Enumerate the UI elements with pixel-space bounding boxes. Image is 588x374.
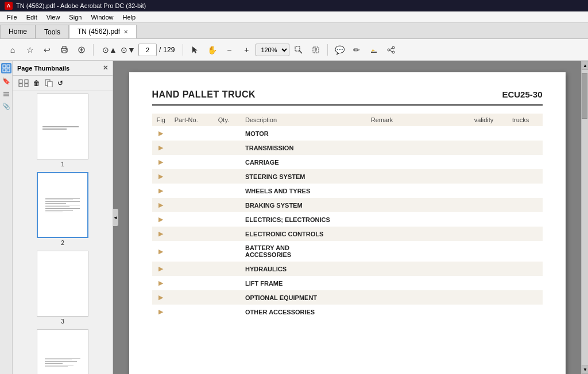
sidebar-pages-view-button[interactable] bbox=[17, 78, 30, 88]
hand-tool-button[interactable]: ✋ bbox=[204, 42, 220, 58]
zoom-in-button[interactable]: + bbox=[238, 42, 254, 58]
zoom-out-button[interactable]: − bbox=[221, 42, 237, 58]
select-text-button[interactable] bbox=[308, 42, 324, 58]
menu-help[interactable]: Help bbox=[118, 13, 141, 22]
tab-tools[interactable]: Tools bbox=[36, 25, 69, 38]
right-scrollbar[interactable]: ▲ ▼ bbox=[581, 61, 588, 374]
row-desc: TRANSMISSION bbox=[241, 141, 366, 155]
prev-page-button[interactable]: ⊙▲ bbox=[102, 42, 118, 58]
row-trucks bbox=[508, 290, 543, 305]
layers-panel-button[interactable] bbox=[1, 88, 11, 99]
page-total: 129 bbox=[163, 46, 175, 54]
scroll-down-button[interactable]: ▼ bbox=[582, 365, 588, 374]
highlight-button[interactable] bbox=[366, 42, 382, 58]
print-button[interactable] bbox=[56, 42, 72, 58]
row-arrow: ▶ bbox=[152, 169, 170, 184]
tab-bar: Home Tools TN (4562).pdf ✕ bbox=[0, 23, 588, 39]
menu-sign[interactable]: Sign bbox=[64, 13, 86, 22]
row-validity bbox=[470, 169, 508, 184]
menu-file[interactable]: File bbox=[2, 13, 22, 22]
scroll-up-button[interactable]: ▲ bbox=[582, 61, 588, 70]
row-partno bbox=[170, 141, 214, 155]
thumbnail-label-1: 1 bbox=[61, 161, 64, 167]
share-button[interactable] bbox=[383, 42, 399, 58]
sidebar-close-button[interactable]: ✕ bbox=[103, 64, 108, 72]
row-validity bbox=[470, 241, 508, 262]
thumbnail-page-4[interactable]: 4 bbox=[15, 329, 110, 374]
row-arrow: ▶ bbox=[152, 290, 170, 305]
svg-rect-13 bbox=[371, 52, 377, 53]
col-qty: Qty. bbox=[214, 114, 241, 126]
document-title: HAND PALLET TRUCK bbox=[152, 89, 256, 100]
thumbnail-page-2[interactable]: 2 bbox=[15, 172, 110, 246]
attachments-panel-button[interactable]: 📎 bbox=[1, 101, 11, 111]
row-remark bbox=[366, 184, 470, 198]
comment-button[interactable]: 💬 bbox=[331, 42, 347, 58]
table-row: ▶ OPTIONAL EQUIPMENT bbox=[152, 290, 543, 305]
row-partno bbox=[170, 262, 214, 276]
tab-home[interactable]: Home bbox=[0, 25, 36, 38]
row-partno bbox=[170, 241, 214, 262]
sidebar-delete-button[interactable]: 🗑 bbox=[32, 78, 41, 88]
table-row: ▶ BATTERY ANDACCESSORIES bbox=[152, 241, 543, 262]
document-header: HAND PALLET TRUCK ECU25-30 bbox=[152, 89, 543, 100]
row-validity bbox=[470, 198, 508, 212]
scrollbar-track[interactable] bbox=[582, 70, 588, 365]
row-qty bbox=[214, 184, 241, 198]
col-trucks: trucks bbox=[508, 114, 543, 126]
row-qty bbox=[214, 141, 241, 155]
thumbnail-page-1[interactable]: 1 bbox=[15, 94, 110, 167]
toolbar-tool-group: ✋ − + 120% 50% 75% 100% 150% 200% bbox=[187, 42, 324, 58]
zoom-fit-button[interactable] bbox=[74, 42, 90, 58]
menu-bar: File Edit View Sign Window Help bbox=[0, 11, 588, 23]
cursor-tool-button[interactable] bbox=[187, 42, 203, 58]
pencil-button[interactable]: ✏ bbox=[349, 42, 365, 58]
row-arrow: ▶ bbox=[152, 155, 170, 169]
table-row: ▶ ELECTRONIC CONTROLS bbox=[152, 227, 543, 241]
thumbnail-label-2: 2 bbox=[61, 240, 64, 246]
bookmarks-panel-button[interactable]: 🔖 bbox=[1, 76, 11, 86]
row-remark bbox=[366, 212, 470, 227]
svg-rect-29 bbox=[25, 84, 28, 87]
home-button[interactable]: ⌂ bbox=[5, 42, 21, 58]
row-desc: BATTERY ANDACCESSORIES bbox=[241, 241, 366, 262]
sidebar-rotate-button[interactable]: ↺ bbox=[56, 78, 64, 88]
menu-window[interactable]: Window bbox=[86, 13, 118, 22]
menu-view[interactable]: View bbox=[42, 13, 65, 22]
row-arrow: ▶ bbox=[152, 276, 170, 290]
svg-point-3 bbox=[66, 49, 67, 50]
pdf-viewer[interactable]: HAND PALLET TRUCK ECU25-30 Fig Part-No. … bbox=[113, 61, 581, 374]
row-desc: HYDRAULICS bbox=[241, 262, 366, 276]
sidebar-pages-list: 1 2 bbox=[13, 91, 113, 374]
row-validity bbox=[470, 290, 508, 305]
bookmark-button[interactable]: ☆ bbox=[22, 42, 38, 58]
row-arrow: ▶ bbox=[152, 198, 170, 212]
next-page-button[interactable]: ⊙▼ bbox=[120, 42, 136, 58]
document-code: ECU25-30 bbox=[502, 89, 542, 99]
back-button[interactable]: ↩ bbox=[39, 42, 55, 58]
row-qty bbox=[214, 126, 241, 141]
thumbnail-page-3[interactable]: 3 bbox=[15, 251, 110, 325]
pages-panel-button[interactable] bbox=[1, 63, 11, 73]
sidebar-header: Page Thumbnails ✕ bbox=[13, 61, 113, 76]
toolbar-annotation-group: 💬 ✏ bbox=[331, 42, 399, 58]
marquee-zoom-button[interactable] bbox=[291, 42, 307, 58]
page-number-input[interactable]: 2 bbox=[138, 44, 157, 56]
row-partno bbox=[170, 184, 214, 198]
row-remark bbox=[366, 262, 470, 276]
thumbnail-image-1 bbox=[37, 94, 88, 159]
row-qty bbox=[214, 155, 241, 169]
sidebar-collapse-button[interactable]: ◄ bbox=[113, 209, 118, 226]
zoom-select[interactable]: 120% 50% 75% 100% 150% 200% bbox=[256, 44, 289, 56]
row-desc: WHEELS AND TYRES bbox=[241, 184, 366, 198]
table-row: ▶ MOTOR bbox=[152, 126, 543, 141]
toolbar: ⌂ ☆ ↩ ⊙▲ ⊙▼ 2 / 129 ✋ − + 120% 50% 75% 1… bbox=[0, 39, 588, 61]
tab-document[interactable]: TN (4562).pdf ✕ bbox=[69, 25, 137, 38]
title-bar: A TN (4562).pdf - Adobe Acrobat Pro DC (… bbox=[0, 0, 588, 11]
tab-close-icon[interactable]: ✕ bbox=[123, 29, 128, 35]
menu-edit[interactable]: Edit bbox=[22, 13, 42, 22]
scrollbar-thumb[interactable] bbox=[582, 73, 587, 119]
row-qty bbox=[214, 212, 241, 227]
row-desc: ELECTRICS; ELECTRONICS bbox=[241, 212, 366, 227]
sidebar-extract-button[interactable] bbox=[44, 78, 54, 88]
